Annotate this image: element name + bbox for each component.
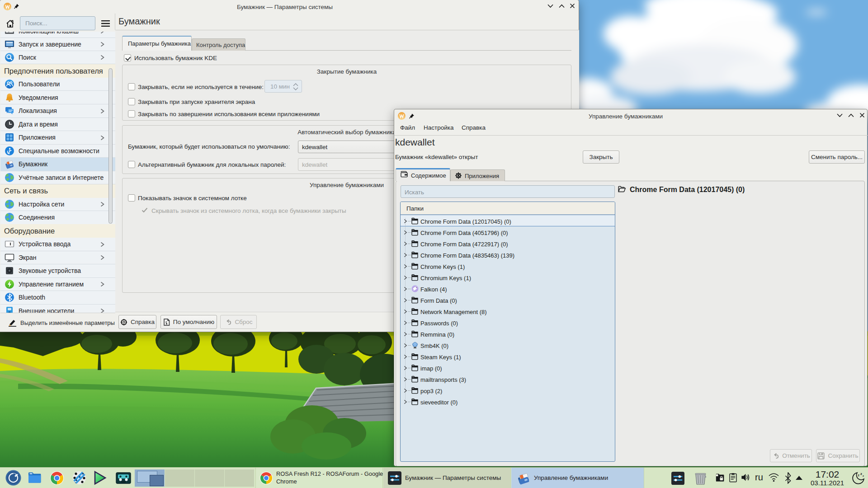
svg-text:z: z [858,474,860,477]
svg-text:z: z [860,472,862,476]
svg-text:z: z [863,474,864,477]
